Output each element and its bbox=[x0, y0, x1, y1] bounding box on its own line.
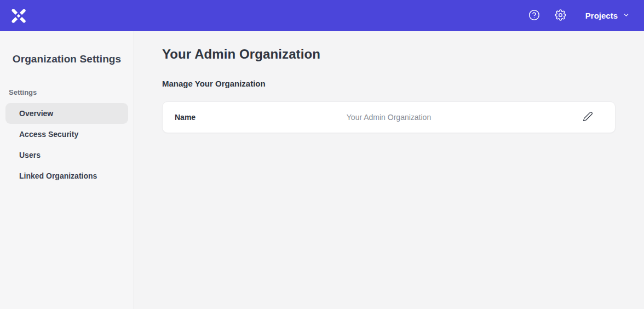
sidebar-item-users[interactable]: Users bbox=[5, 145, 128, 165]
help-button[interactable] bbox=[525, 7, 544, 25]
pencil-edit-icon bbox=[583, 111, 593, 123]
organization-name-card: Name Your Admin Organization bbox=[162, 101, 616, 133]
projects-dropdown-label: Projects bbox=[585, 11, 618, 20]
gear-icon bbox=[555, 9, 566, 22]
sidebar-item-linked-organizations[interactable]: Linked Organizations bbox=[5, 165, 128, 186]
main-content: Your Admin Organization Manage Your Orga… bbox=[134, 31, 644, 309]
organization-name-value: Your Admin Organization bbox=[163, 113, 615, 122]
sidebar-item-access-security[interactable]: Access Security bbox=[5, 124, 128, 145]
chevron-down-icon bbox=[623, 11, 630, 20]
sidebar-nav: Overview Access Security Users Linked Or… bbox=[0, 103, 134, 186]
settings-button[interactable] bbox=[551, 7, 570, 25]
topbar-actions: Projects bbox=[525, 7, 630, 25]
top-navigation-bar: Projects bbox=[0, 0, 644, 31]
section-title: Manage Your Organization bbox=[162, 79, 616, 88]
help-circle-icon bbox=[528, 9, 540, 22]
projects-dropdown[interactable]: Projects bbox=[585, 11, 630, 20]
page-title: Your Admin Organization bbox=[162, 47, 616, 62]
edit-name-button[interactable] bbox=[580, 110, 595, 125]
sidebar-title: Organization Settings bbox=[0, 53, 134, 65]
sidebar-item-overview[interactable]: Overview bbox=[5, 103, 128, 124]
name-field-label: Name bbox=[175, 113, 196, 122]
brand-x-logo[interactable] bbox=[11, 7, 26, 25]
sidebar-section-label: Settings bbox=[0, 88, 134, 96]
settings-sidebar: Organization Settings Settings Overview … bbox=[0, 31, 134, 309]
